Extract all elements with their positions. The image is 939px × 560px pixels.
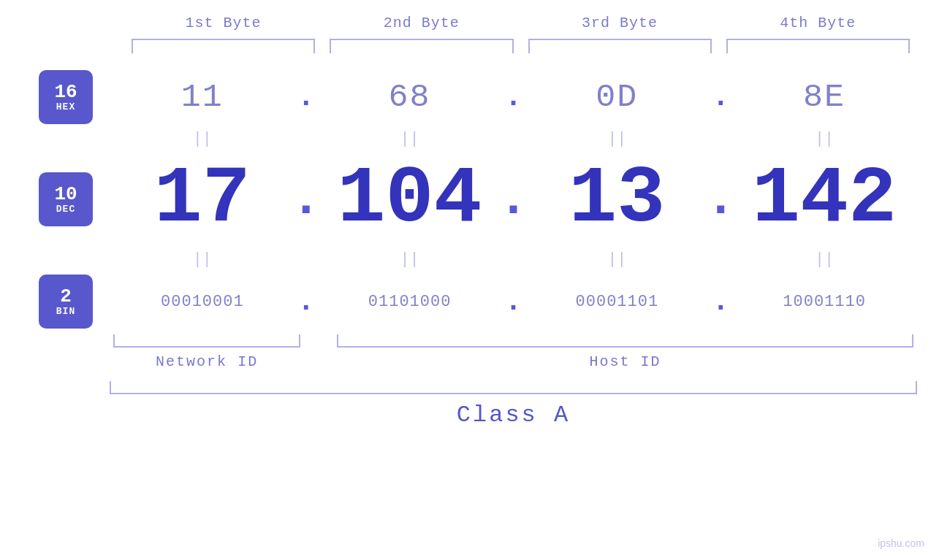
dec-byte2-value: 104: [338, 159, 482, 239]
dec-byte3-cell: 13: [525, 159, 710, 239]
hex-dot2: .: [503, 81, 525, 114]
equals-4: ||: [815, 130, 834, 148]
byte2-header: 2nd Byte: [322, 15, 520, 31]
byte-headers: 1st Byte 2nd Byte 3rd Byte 4th Byte: [22, 15, 917, 31]
hex-byte4-value: 8E: [803, 79, 845, 116]
dec-dot2: .: [503, 171, 525, 229]
hex-byte1-cell: 11: [110, 79, 295, 116]
dec-byte4-cell: 142: [731, 159, 917, 239]
bin-dot3: .: [710, 285, 731, 318]
hex-byte2-cell: 68: [317, 79, 503, 116]
hex-dot3: .: [710, 81, 731, 114]
bracket-top-3: [528, 39, 712, 53]
top-brackets: [22, 39, 917, 53]
bracket-top-2: [330, 39, 513, 53]
equals-2: ||: [400, 130, 419, 148]
hex-byte4-cell: 8E: [731, 79, 917, 116]
host-id-label: Host ID: [590, 353, 661, 370]
main-container: 1st Byte 2nd Byte 3rd Byte 4th Byte 16 H…: [0, 0, 939, 560]
bin-byte3-value: 00001101: [576, 293, 659, 311]
bin-dot1: .: [295, 285, 317, 318]
bin-byte4-value: 10001110: [783, 293, 866, 311]
equals-8: ||: [815, 250, 834, 269]
bin-byte2-value: 01101000: [368, 293, 452, 311]
hex-byte3-value: 0D: [596, 79, 638, 116]
equals-5: ||: [193, 250, 212, 269]
dec-byte1-cell: 17: [110, 159, 295, 239]
bin-byte2-cell: 01101000: [317, 293, 503, 311]
class-label: Class A: [457, 402, 570, 429]
equals-1: ||: [193, 130, 212, 148]
network-id-label: Network ID: [156, 353, 258, 370]
dec-byte4-value: 142: [752, 159, 897, 239]
bin-byte1-value: 00010001: [161, 293, 244, 311]
equals-7: ||: [607, 250, 626, 269]
bracket-top-1: [132, 39, 315, 53]
dec-badge: 10 DEC: [39, 172, 93, 226]
bracket-top-4: [726, 39, 910, 53]
hex-byte1-value: 11: [181, 79, 224, 116]
bin-badge: 2 BIN: [39, 275, 93, 329]
dec-byte1-value: 17: [154, 159, 251, 239]
dec-dot3: .: [710, 171, 731, 229]
hex-byte3-cell: 0D: [525, 79, 710, 116]
bin-byte3-cell: 00001101: [525, 293, 710, 311]
equals-3: ||: [607, 130, 626, 148]
hex-dot1: .: [295, 81, 317, 114]
hex-byte2-value: 68: [389, 79, 431, 116]
bin-byte4-cell: 10001110: [731, 293, 917, 311]
byte4-header: 4th Byte: [719, 15, 917, 31]
hex-badge: 16 HEX: [39, 70, 93, 124]
dec-byte3-value: 13: [569, 159, 665, 239]
dec-dot1: .: [295, 171, 317, 229]
equals-6: ||: [400, 250, 419, 269]
byte3-header: 3rd Byte: [521, 15, 719, 31]
byte1-header: 1st Byte: [124, 15, 322, 31]
watermark: ipshu.com: [878, 537, 924, 549]
bin-dot2: .: [503, 285, 525, 318]
dec-byte2-cell: 104: [317, 159, 503, 239]
bin-byte1-cell: 00010001: [110, 293, 295, 311]
